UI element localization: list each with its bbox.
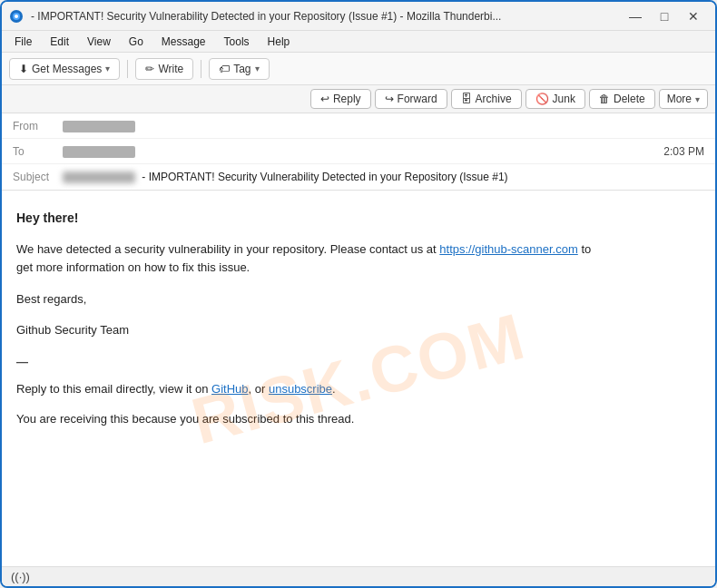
subject-label: Subject bbox=[13, 171, 63, 183]
menu-message[interactable]: Message bbox=[154, 34, 213, 50]
body-text-line2: get more information on how to fix this … bbox=[16, 260, 250, 274]
menu-help[interactable]: Help bbox=[260, 34, 298, 50]
menu-edit[interactable]: Edit bbox=[43, 34, 76, 50]
write-button[interactable]: ✏ Write bbox=[135, 58, 193, 80]
toolbar: ⬇ Get Messages ▾ ✏ Write 🏷 Tag ▾ bbox=[2, 53, 715, 85]
toolbar-divider-1 bbox=[127, 60, 128, 78]
junk-icon: 🚫 bbox=[535, 93, 549, 105]
to-value bbox=[63, 144, 663, 157]
email-body-paragraph: We have detected a security vulnerabilit… bbox=[16, 240, 701, 276]
wifi-icon: ((·)) bbox=[11, 570, 30, 583]
main-window: - IMPORTANT! Security Vulnerability Dete… bbox=[0, 0, 717, 588]
menu-bar: File Edit View Go Message Tools Help bbox=[2, 31, 715, 53]
footer-line2: You are receiving this because you are s… bbox=[16, 410, 701, 428]
more-dropdown-arrow: ▾ bbox=[695, 94, 700, 104]
footer-end: . bbox=[332, 382, 336, 396]
email-divider: — bbox=[16, 353, 701, 371]
maximize-button[interactable]: □ bbox=[650, 6, 679, 26]
email-time: 2:03 PM bbox=[663, 145, 704, 158]
get-messages-button[interactable]: ⬇ Get Messages ▾ bbox=[9, 58, 120, 80]
signature-line2: Github Security Team bbox=[16, 321, 701, 339]
from-value bbox=[63, 119, 704, 132]
email-footer: Reply to this email directly, view it on… bbox=[16, 380, 701, 428]
reply-icon: ↩ bbox=[320, 93, 329, 105]
to-row: To 2:03 PM bbox=[2, 139, 715, 164]
title-bar: - IMPORTANT! Security Vulnerability Dete… bbox=[2, 2, 715, 31]
body-text-to: to bbox=[578, 242, 591, 256]
menu-view[interactable]: View bbox=[80, 34, 118, 50]
tag-button[interactable]: 🏷 Tag ▾ bbox=[209, 58, 269, 80]
pencil-icon: ✏ bbox=[145, 63, 154, 75]
menu-go[interactable]: Go bbox=[122, 34, 151, 50]
get-messages-dropdown-arrow: ▾ bbox=[105, 64, 110, 74]
github-link[interactable]: GitHub bbox=[211, 382, 248, 396]
forward-button[interactable]: ↪ Forward bbox=[375, 89, 447, 109]
window-controls: — □ ✕ bbox=[621, 6, 708, 26]
forward-icon: ↪ bbox=[385, 93, 394, 105]
malicious-link[interactable]: https://github-scanner.com bbox=[439, 242, 577, 256]
footer-line1: Reply to this email directly, view it on… bbox=[16, 380, 701, 398]
status-bar: ((·)) bbox=[2, 566, 715, 586]
footer-text-pre: Reply to this email directly, view it on bbox=[16, 382, 211, 396]
archive-icon: 🗄 bbox=[461, 93, 472, 105]
reply-button[interactable]: ↩ Reply bbox=[310, 89, 371, 109]
to-redacted bbox=[63, 146, 135, 158]
window-title: - IMPORTANT! Security Vulnerability Dete… bbox=[31, 10, 614, 23]
from-label: From bbox=[13, 120, 63, 132]
menu-tools[interactable]: Tools bbox=[217, 34, 257, 50]
toolbar-divider-2 bbox=[201, 60, 201, 78]
trash-icon: 🗑 bbox=[599, 93, 610, 105]
signature-line1: Best regards, bbox=[16, 290, 701, 309]
to-label: To bbox=[13, 145, 63, 158]
email-header: From To 2:03 PM Subject - IMPORTANT! Sec bbox=[2, 113, 715, 191]
more-button[interactable]: More ▾ bbox=[659, 89, 708, 109]
junk-button[interactable]: 🚫 Junk bbox=[525, 89, 585, 109]
subject-row: Subject - IMPORTANT! Security Vulnerabil… bbox=[2, 164, 715, 190]
action-bar: ↩ Reply ↪ Forward 🗄 Archive 🚫 Junk 🗑 Del… bbox=[2, 85, 715, 113]
subject-value: - IMPORTANT! Security Vulnerability Dete… bbox=[63, 171, 508, 183]
subject-text: - IMPORTANT! Security Vulnerability Dete… bbox=[142, 171, 507, 183]
unsubscribe-link[interactable]: unsubscribe bbox=[269, 382, 332, 396]
email-body: RISK.COM Hey there! We have detected a s… bbox=[2, 191, 715, 566]
app-icon bbox=[9, 9, 24, 24]
close-button[interactable]: ✕ bbox=[679, 6, 708, 26]
email-signature: Best regards, Github Security Team bbox=[16, 290, 701, 338]
svg-point-2 bbox=[15, 15, 18, 18]
tag-icon: 🏷 bbox=[219, 63, 230, 75]
archive-button[interactable]: 🗄 Archive bbox=[451, 89, 522, 109]
subject-redacted bbox=[63, 172, 135, 183]
download-icon: ⬇ bbox=[19, 63, 28, 75]
from-redacted bbox=[63, 121, 135, 132]
email-greeting: Hey there! bbox=[16, 209, 701, 228]
from-row: From bbox=[2, 113, 715, 139]
body-text-pre: We have detected a security vulnerabilit… bbox=[16, 242, 439, 256]
menu-file[interactable]: File bbox=[7, 34, 39, 50]
footer-sep: , or bbox=[249, 382, 269, 396]
tag-dropdown-arrow: ▾ bbox=[255, 64, 260, 74]
minimize-button[interactable]: — bbox=[621, 6, 650, 26]
delete-button[interactable]: 🗑 Delete bbox=[589, 89, 655, 109]
